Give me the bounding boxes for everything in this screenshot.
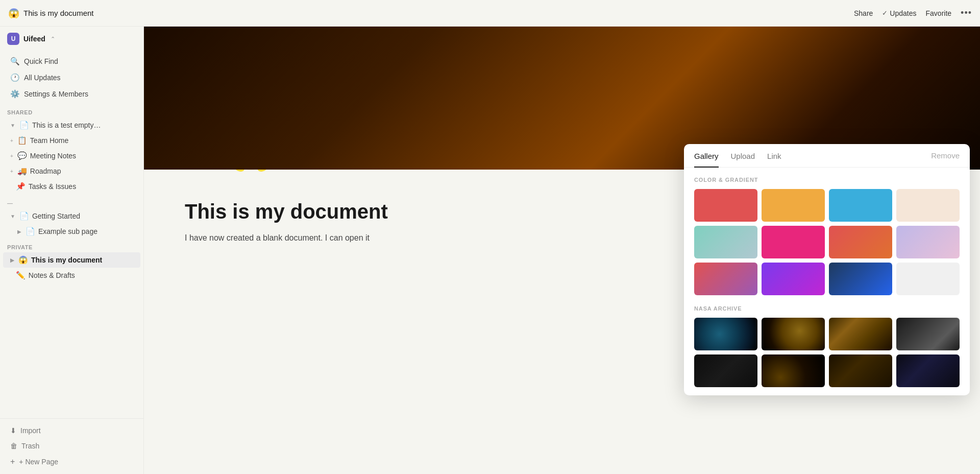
doc-icon: 😱: [8, 8, 19, 19]
nasa-img-dark4[interactable]: [896, 354, 960, 387]
nasa-img-satellite[interactable]: [829, 318, 892, 350]
share-button[interactable]: Share: [854, 9, 873, 17]
tab-upload[interactable]: Upload: [731, 145, 755, 168]
page-label: Getting Started: [32, 212, 80, 220]
color-swatch-orange[interactable]: [762, 189, 825, 222]
expand-icon: +: [10, 138, 13, 144]
sidebar-item-getting-started[interactable]: ▼ 📄 Getting Started: [3, 208, 140, 224]
sidebar-item-quick-find[interactable]: 🔍 Quick Find: [3, 53, 140, 69]
page-label: Roadmap: [30, 167, 61, 175]
tab-gallery[interactable]: Gallery: [694, 145, 719, 168]
workspace-chevron-icon: ⌃: [51, 36, 55, 42]
nasa-grid: [694, 318, 960, 387]
expand-icon: ▼: [10, 123, 15, 128]
content-area: Gallery Upload Link Remove COLOR & GRADI…: [144, 27, 980, 474]
page-icon: 💬: [17, 151, 27, 160]
sidebar-bottom: ⬇ Import 🗑 Trash + + New Page: [0, 418, 143, 474]
color-swatch-purple[interactable]: [762, 263, 825, 295]
favorite-button[interactable]: Favorite: [926, 9, 952, 17]
sidebar-item-my-document[interactable]: ▶ 😱 This is my document: [3, 252, 140, 268]
color-swatch-multi1[interactable]: [694, 263, 757, 295]
nasa-img-space1[interactable]: [762, 318, 825, 350]
nasa-img-earth[interactable]: [694, 318, 757, 350]
quick-find-label: Quick Find: [24, 57, 58, 65]
color-swatch-red[interactable]: [694, 189, 757, 222]
nasa-section-label: NASA ARCHIVE: [694, 305, 960, 312]
sidebar-nav: 🔍 Quick Find 🕐 All Updates ⚙️ Settings &…: [0, 51, 143, 104]
color-grid: [694, 189, 960, 295]
color-swatch-cream[interactable]: [896, 189, 960, 222]
color-swatch-blue[interactable]: [829, 189, 892, 222]
page-icon: 📄: [26, 227, 35, 236]
color-swatch-red-gradient[interactable]: [829, 226, 892, 258]
tab-link[interactable]: Link: [767, 145, 781, 168]
sidebar-item-roadmap[interactable]: + 🚚 Roadmap: [3, 163, 140, 179]
shared-section-label: SHARED: [0, 104, 143, 117]
sidebar: U Uifeed ⌃ 🔍 Quick Find 🕐 All Updates ⚙️…: [0, 27, 144, 474]
search-icon: 🔍: [10, 57, 20, 66]
sidebar-item-example-sub[interactable]: ▶ 📄 Example sub page: [3, 224, 140, 239]
topbar-doc-title: This is my document: [23, 9, 94, 17]
page-label: Example sub page: [38, 227, 97, 235]
page-label: This is my document: [31, 256, 102, 264]
color-section-label: COLOR & GRADIENT: [694, 177, 960, 183]
remove-button[interactable]: Remove: [931, 144, 960, 167]
gallery-tabs: Gallery Upload Link Remove: [684, 144, 970, 168]
private-label-indent: —: [0, 195, 143, 208]
updates-button[interactable]: ✓ Updates: [882, 9, 916, 17]
trash-icon: 🗑: [10, 442, 17, 450]
gallery-panel: Gallery Upload Link Remove COLOR & GRADI…: [684, 144, 970, 395]
more-button[interactable]: •••: [961, 8, 972, 18]
trash-label: Trash: [21, 442, 39, 450]
sidebar-item-notes-drafts[interactable]: ✏️ Notes & Drafts: [3, 268, 140, 283]
page-icon: 📋: [17, 136, 27, 145]
nasa-img-dark1[interactable]: [694, 354, 757, 387]
topbar: 😱 This is my document Share ✓ Updates Fa…: [0, 0, 980, 27]
workspace-header[interactable]: U Uifeed ⌃: [0, 27, 143, 51]
color-swatch-navy[interactable]: [829, 263, 892, 295]
gear-icon: ⚙️: [10, 89, 20, 99]
sidebar-item-all-updates[interactable]: 🕐 All Updates: [3, 69, 140, 86]
workspace-icon: U: [7, 33, 19, 45]
sidebar-item-settings[interactable]: ⚙️ Settings & Members: [3, 86, 140, 102]
sidebar-item-team-home[interactable]: + 📋 Team Home: [3, 133, 140, 148]
page-icon: 🚚: [17, 167, 27, 176]
page-icon: 📄: [19, 211, 29, 221]
page-label: Notes & Drafts: [29, 271, 75, 279]
topbar-left: 😱 This is my document: [0, 8, 94, 19]
new-page-label: + New Page: [19, 458, 58, 466]
expand-icon: +: [10, 153, 13, 159]
color-swatch-empty[interactable]: [896, 263, 960, 295]
color-swatch-teal-gradient[interactable]: [694, 226, 757, 258]
expand-icon: [10, 184, 12, 189]
nasa-img-dark3[interactable]: [829, 354, 892, 387]
trash-button[interactable]: 🗑 Trash: [3, 438, 140, 454]
sidebar-item-tasks-issues[interactable]: 📌 Tasks & Issues: [3, 179, 140, 194]
page-icon: 📄: [19, 121, 29, 130]
page-label: Team Home: [30, 136, 68, 145]
plus-icon: +: [10, 457, 15, 466]
nasa-img-astronaut[interactable]: [896, 318, 960, 350]
main-layout: U Uifeed ⌃ 🔍 Quick Find 🕐 All Updates ⚙️…: [0, 27, 980, 474]
color-swatch-blue-pink[interactable]: [896, 226, 960, 258]
sidebar-item-meeting-notes[interactable]: + 💬 Meeting Notes: [3, 148, 140, 163]
page-icon: ✏️: [16, 271, 26, 280]
page-label: Tasks & Issues: [29, 182, 76, 191]
page-icon: 📌: [16, 182, 26, 191]
workspace-name: Uifeed: [23, 35, 45, 43]
import-button[interactable]: ⬇ Import: [3, 423, 140, 438]
sidebar-item-test-empty[interactable]: ▼ 📄 This is a test empty…: [3, 117, 140, 133]
expand-icon: +: [10, 169, 13, 174]
all-updates-label: All Updates: [24, 74, 61, 82]
new-page-button[interactable]: + + New Page: [3, 454, 140, 470]
expand-icon: ▼: [10, 214, 15, 219]
expand-icon: [10, 273, 12, 278]
topbar-right: Share ✓ Updates Favorite •••: [854, 8, 972, 18]
color-swatch-pink[interactable]: [762, 226, 825, 258]
settings-label: Settings & Members: [24, 90, 88, 98]
checkmark-icon: ✓: [882, 9, 888, 17]
page-icon: 😱: [18, 255, 28, 265]
nasa-img-dark2[interactable]: [762, 354, 825, 387]
expand-icon: ▶: [17, 229, 21, 234]
gallery-body: COLOR & GRADIENT NASA ARCHIVE: [684, 168, 970, 395]
